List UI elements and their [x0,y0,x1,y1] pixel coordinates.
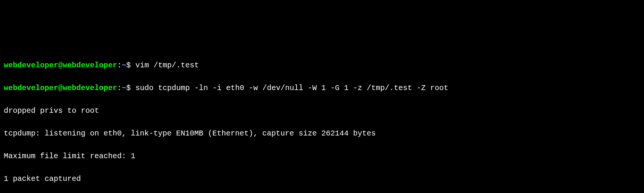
prompt-sep: : [117,84,122,92]
command-text: vim /tmp/.test [135,61,199,70]
output-line: dropped privs to root [4,105,640,117]
prompt-sigil: $ [126,84,131,92]
terminal-line: webdeveloper@webdeveloper:~$ sudo tcpdum… [4,82,640,94]
prompt-path: ~ [122,61,126,70]
output-line: 1 packet captured [4,173,640,185]
prompt-sep: : [117,61,122,70]
output-line: tcpdump: listening on eth0, link-type EN… [4,128,640,139]
prompt-path: ~ [122,84,126,92]
command-text: sudo tcpdump -ln -i eth0 -w /dev/null -W… [135,84,448,92]
terminal-line: webdeveloper@webdeveloper:~$ vim /tmp/.t… [4,60,640,71]
prompt-user-host: webdeveloper@webdeveloper [4,61,117,70]
terminal[interactable]: webdeveloper@webdeveloper:~$ vim /tmp/.t… [4,48,640,193]
output-line: Maximum file limit reached: 1 [4,151,640,162]
prompt-user-host: webdeveloper@webdeveloper [4,84,117,92]
prompt-sigil: $ [126,61,131,70]
